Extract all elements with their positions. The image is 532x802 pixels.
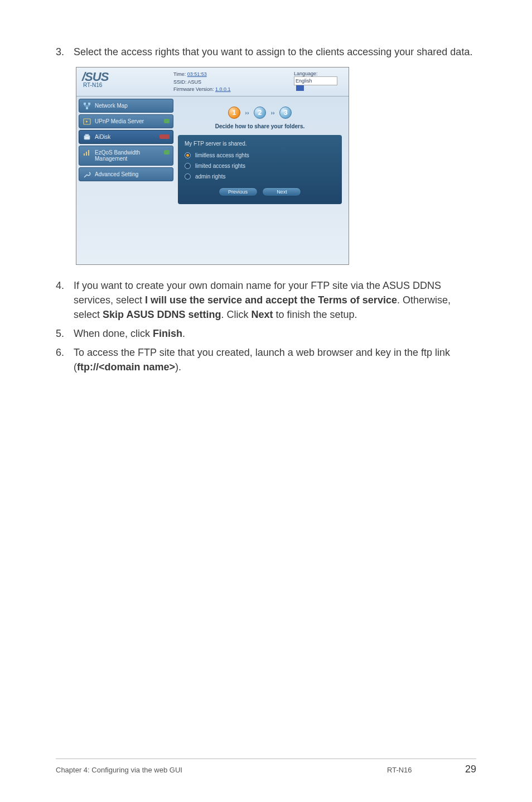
footer-model: RT-N16 xyxy=(387,766,454,774)
sidebar-item-upnp[interactable]: UPnP Media Server xyxy=(79,114,173,128)
svg-rect-0 xyxy=(84,103,86,105)
step-3: 3. Select the access rights that you wan… xyxy=(56,45,476,59)
radio-icon xyxy=(185,163,191,169)
svg-rect-7 xyxy=(84,153,85,156)
router-header: /SUS RT-N16 Time: 03:51:53 SSID: ASUS Fi… xyxy=(76,67,349,96)
tools-icon xyxy=(83,170,91,179)
spacer xyxy=(178,204,342,260)
footer-row: Chapter 4: Configuring via the web GUI R… xyxy=(56,764,476,775)
flag-icon[interactable] xyxy=(296,85,304,91)
svg-marker-4 xyxy=(86,120,88,123)
router-ui-window: /SUS RT-N16 Time: 03:51:53 SSID: ASUS Fi… xyxy=(76,67,349,265)
status-dot-icon xyxy=(164,150,170,154)
sidebar-item-label: AiDisk xyxy=(95,134,110,140)
fw-label: Firmware Version: xyxy=(173,86,215,92)
step-number: 3. xyxy=(56,45,74,59)
footer-chapter: Chapter 4: Configuring via the web GUI xyxy=(56,766,387,774)
step-5: 5. When done, click Finish. xyxy=(56,326,476,341)
text-fragment: ). xyxy=(175,361,181,373)
time-label: Time: xyxy=(173,71,187,77)
instruction-list: 3. Select the access rights that you wan… xyxy=(56,45,476,59)
status-dot-icon xyxy=(164,119,170,123)
step-text: If you want to create your own domain na… xyxy=(74,278,476,322)
fw-link[interactable]: 1.0.0.1 xyxy=(215,86,231,92)
radio-icon xyxy=(185,173,191,180)
step-number: 4. xyxy=(56,278,74,322)
router-body: Network Map UPnP Media Server AiDisk xyxy=(76,96,349,264)
svg-rect-9 xyxy=(88,150,89,156)
time-row: Time: 03:51:53 xyxy=(173,71,294,79)
step-indicator-3[interactable]: 3 xyxy=(279,107,292,119)
ssid-row: SSID: ASUS xyxy=(173,79,294,86)
document-page: 3. Select the access rights that you wan… xyxy=(0,0,532,802)
sidebar-item-label: EzQoS Bandwidth Management xyxy=(95,149,140,162)
text-fragment: . Click xyxy=(221,309,251,320)
logo-block: /SUS RT-N16 xyxy=(79,70,173,89)
wizard-title: Decide how to share your folders. xyxy=(178,123,342,129)
media-icon xyxy=(83,117,91,126)
fw-row: Firmware Version: 1.0.0.1 xyxy=(173,86,294,94)
header-info: Time: 03:51:53 SSID: ASUS Firmware Versi… xyxy=(173,70,294,94)
brand-logo: /SUS xyxy=(82,71,173,83)
radio-label: admin rights xyxy=(195,173,225,180)
step-indicator-1[interactable]: 1 xyxy=(228,107,240,119)
text-fragment: When done, click xyxy=(74,328,153,339)
sidebar-item-label: UPnP Media Server xyxy=(95,118,144,124)
next-button[interactable]: Next xyxy=(262,187,301,196)
previous-button[interactable]: Previous xyxy=(219,187,258,196)
step-indicator-2[interactable]: 2 xyxy=(254,107,266,119)
language-label: Language: xyxy=(294,71,344,76)
radio-option-limitless[interactable]: limitless access rights xyxy=(185,152,335,158)
bars-icon xyxy=(83,148,91,157)
language-block: Language: English xyxy=(294,70,344,92)
step-number: 6. xyxy=(56,345,74,374)
step-4: 4. If you want to create your own domain… xyxy=(56,278,476,322)
time-link[interactable]: 03:51:53 xyxy=(187,71,207,77)
sidebar-item-ezqos[interactable]: EzQoS Bandwidth Management xyxy=(79,146,173,166)
step-text: When done, click Finish. xyxy=(74,326,476,341)
status-dots-icon xyxy=(159,134,170,139)
svg-rect-6 xyxy=(85,134,89,136)
ssid-label: SSID: xyxy=(173,79,188,85)
step-text: To access the FTP site that you created,… xyxy=(74,345,476,374)
page-footer: Chapter 4: Configuring via the web GUI R… xyxy=(56,758,476,775)
ssid-value: ASUS xyxy=(188,79,202,85)
step-text: Select the access rights that you want t… xyxy=(74,45,476,59)
svg-rect-1 xyxy=(88,103,90,105)
svg-rect-2 xyxy=(86,107,88,109)
wizard-steps: 1 ›› 2 ›› 3 xyxy=(178,103,342,121)
network-icon xyxy=(83,102,91,110)
sidebar-item-label: Advanced Setting xyxy=(95,171,138,177)
sidebar: Network Map UPnP Media Server AiDisk xyxy=(79,99,173,262)
language-value: English xyxy=(296,78,312,84)
bold-term: I will use the service and accept the Te… xyxy=(145,294,397,306)
sidebar-item-label: Network Map xyxy=(95,103,128,109)
model-label: RT-N16 xyxy=(82,82,173,88)
text-fragment: to finish the setup. xyxy=(273,309,357,320)
bold-term: Skip ASUS DDNS setting xyxy=(103,309,221,320)
language-select[interactable]: English xyxy=(294,76,337,85)
svg-rect-8 xyxy=(86,152,87,156)
step-number: 5. xyxy=(56,326,74,341)
main-panel: 1 ›› 2 ›› 3 Decide how to share your fol… xyxy=(173,99,346,262)
instruction-list-cont: 4. If you want to create your own domain… xyxy=(56,278,476,375)
shared-label: My FTP server is shared. xyxy=(185,141,335,147)
wizard-content: My FTP server is shared. limitless acces… xyxy=(178,135,342,204)
step-6: 6. To access the FTP site that you creat… xyxy=(56,345,476,374)
radio-option-admin[interactable]: admin rights xyxy=(185,173,335,180)
router-screenshot: /SUS RT-N16 Time: 03:51:53 SSID: ASUS Fi… xyxy=(76,67,476,265)
footer-rule xyxy=(56,758,476,759)
sidebar-item-network-map[interactable]: Network Map xyxy=(79,99,173,113)
bold-term: Finish xyxy=(153,328,182,339)
radio-label: limited access rights xyxy=(195,163,245,169)
chevron-right-icon: ›› xyxy=(245,109,249,116)
bold-term: Next xyxy=(251,309,273,320)
chevron-right-icon: ›› xyxy=(270,109,274,116)
radio-icon xyxy=(185,152,191,158)
sidebar-item-advanced[interactable]: Advanced Setting xyxy=(79,167,173,181)
radio-option-limited[interactable]: limited access rights xyxy=(185,163,335,169)
footer-page-number: 29 xyxy=(454,764,476,775)
sidebar-item-aidisk[interactable]: AiDisk xyxy=(79,130,173,144)
text-fragment: . xyxy=(182,328,185,339)
wizard-buttons: Previous Next xyxy=(185,187,335,196)
